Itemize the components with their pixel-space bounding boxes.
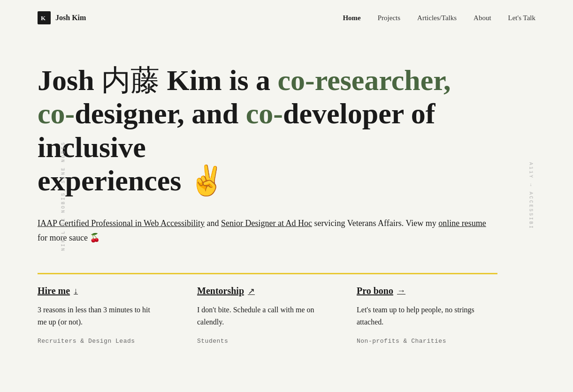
nav-projects[interactable]: Projects <box>378 14 400 22</box>
card-hire-me-desc: 3 reasons in less than 3 minutes to hit … <box>38 304 160 328</box>
card-mentorship-label: Mentorship <box>197 286 244 296</box>
heading-accent2: co- <box>38 98 75 129</box>
header: K Josh Kim Home Projects Articles/Talks … <box>0 0 573 36</box>
card-pro-bono-arrow: → <box>397 286 405 296</box>
card-pro-bono-label: Pro bono <box>357 286 393 296</box>
nav-articles-talks[interactable]: Articles/Talks <box>417 14 457 22</box>
heading-emoji: ✌️ <box>189 165 225 196</box>
nav-about[interactable]: About <box>474 14 491 22</box>
side-text-right: A11Y → ACCESSIBI <box>528 162 533 230</box>
card-hire-me-label: Hire me <box>38 286 70 296</box>
nav-home[interactable]: Home <box>343 14 360 22</box>
heading-accent3: co- <box>246 98 283 129</box>
subtext-and: and <box>207 219 222 228</box>
resume-link[interactable]: online resume <box>438 219 486 228</box>
card-mentorship-title[interactable]: Mentorship ↗ <box>197 286 319 296</box>
heading-part1: Josh <box>38 64 101 96</box>
card-hire-me-audience: Recruiters & Design Leads <box>38 338 160 345</box>
hero-heading: Josh 内藤 Kim is a co-researcher,co-design… <box>38 64 497 197</box>
heading-kanji: 内藤 <box>101 64 160 96</box>
logo-text: Josh Kim <box>55 14 86 22</box>
subtext-part1: servicing Veterans Affairs. View my <box>314 219 438 228</box>
subtext-part2: for more sauce 🍒 <box>38 233 100 242</box>
heading-part5: experiences <box>38 165 189 196</box>
card-pro-bono-desc: Let's team up to help people, no strings… <box>357 304 479 328</box>
card-mentorship-audience: Students <box>197 338 319 345</box>
nav-lets-talk[interactable]: Let's Talk <box>508 14 535 22</box>
card-hire-me-arrow: ↓ <box>74 286 78 296</box>
adhoc-link[interactable]: Senior Designer at Ad Hoc <box>221 219 312 228</box>
main-content: Josh 内藤 Kim is a co-researcher,co-design… <box>0 36 535 373</box>
main-nav: Home Projects Articles/Talks About Let's… <box>343 14 535 22</box>
logo-link[interactable]: K Josh Kim <box>38 11 86 24</box>
heading-accent1: co-researcher, <box>278 64 451 96</box>
heading-part2: Kim is a <box>160 64 277 96</box>
card-pro-bono-audience: Non-profits & Charities <box>357 338 479 345</box>
card-mentorship-arrow: ↗ <box>248 286 255 296</box>
cards-row: Hire me ↓ 3 reasons in less than 3 minut… <box>38 273 497 344</box>
side-text-left: NIHIL DE NOBIS, SINE NOBIS <box>61 141 66 251</box>
card-pro-bono: Pro bono → Let's team up to help people,… <box>338 273 497 344</box>
card-hire-me: Hire me ↓ 3 reasons in less than 3 minut… <box>38 273 178 344</box>
logo-icon: K <box>38 11 51 24</box>
svg-text:K: K <box>41 15 46 22</box>
card-mentorship: Mentorship ↗ I don't bite. Schedule a ca… <box>178 273 338 344</box>
heading-part3a: designer, and <box>75 98 246 129</box>
card-pro-bono-title[interactable]: Pro bono → <box>357 286 479 296</box>
card-mentorship-desc: I don't bite. Schedule a call with me on… <box>197 304 319 328</box>
hero-subtext: IAAP Certified Professional in Web Acces… <box>38 216 488 245</box>
card-hire-me-title[interactable]: Hire me ↓ <box>38 286 160 296</box>
